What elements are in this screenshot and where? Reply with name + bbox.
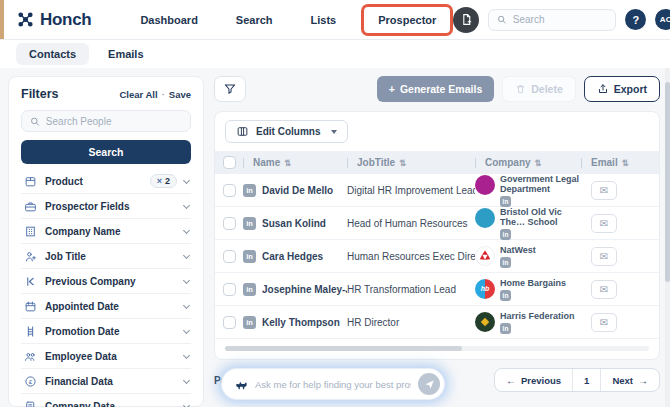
email-button[interactable]: ✉ bbox=[591, 247, 617, 266]
chevron-down-icon bbox=[183, 276, 190, 283]
pound-icon: £ bbox=[23, 375, 37, 388]
global-search-box[interactable] bbox=[488, 9, 616, 31]
linkedin-icon[interactable]: in bbox=[243, 316, 256, 329]
envelope-icon: ✉ bbox=[600, 218, 608, 229]
assistant-chat-bar[interactable] bbox=[222, 369, 444, 399]
assistant-input[interactable] bbox=[255, 379, 411, 390]
search-button[interactable]: Search bbox=[21, 140, 191, 164]
filter-item-previous-company[interactable]: Previous Company bbox=[21, 269, 191, 294]
row-checkbox[interactable] bbox=[223, 316, 236, 329]
filter-item-promotion-date[interactable]: Promotion Date bbox=[21, 319, 191, 344]
filter-count-badge[interactable]: ×2 bbox=[150, 174, 177, 188]
contacts-table-card: Edit Columns Name⇅ JobTitle⇅ Company⇅ Em… bbox=[214, 111, 660, 360]
job-title: Head of Human Resources bbox=[347, 218, 475, 229]
delete-button[interactable]: Delete bbox=[502, 76, 576, 102]
column-header-jobtitle[interactable]: JobTitle⇅ bbox=[347, 157, 475, 168]
filter-item-job-title[interactable]: Job Title bbox=[21, 244, 191, 269]
vertical-scrollbar-thumb[interactable] bbox=[665, 82, 670, 282]
chevron-down-icon bbox=[183, 226, 190, 233]
columns-icon bbox=[236, 125, 249, 138]
company-logo bbox=[475, 312, 495, 332]
contact-name: Susan Kolind bbox=[262, 218, 326, 229]
nav-item-prospector-highlighted[interactable]: Prospector bbox=[361, 4, 453, 36]
linkedin-icon[interactable]: in bbox=[500, 323, 511, 334]
filter-list: Product ×2 Prospector Fields Company Nam… bbox=[21, 169, 191, 407]
linkedin-icon[interactable]: in bbox=[243, 184, 256, 197]
sort-icon: ⇅ bbox=[399, 158, 406, 168]
calendar-icon bbox=[23, 300, 37, 313]
nav-item-lists[interactable]: Lists bbox=[292, 14, 356, 26]
linkedin-icon[interactable]: in bbox=[243, 217, 256, 230]
clear-all-link[interactable]: Clear All bbox=[119, 89, 157, 100]
envelope-icon: ✉ bbox=[600, 317, 608, 328]
document-add-button[interactable] bbox=[453, 7, 479, 33]
honch-logo[interactable]: Honch bbox=[16, 10, 91, 30]
linkedin-icon[interactable]: in bbox=[500, 229, 511, 240]
filter-item-employee-data[interactable]: Employee Data bbox=[21, 344, 191, 369]
filter-item-product[interactable]: Product ×2 bbox=[21, 169, 191, 194]
user-avatar[interactable]: AC bbox=[655, 9, 670, 30]
email-button[interactable]: ✉ bbox=[591, 214, 617, 233]
search-people-box[interactable] bbox=[21, 110, 191, 132]
search-people-input[interactable] bbox=[46, 116, 182, 127]
previous-page-button[interactable]: ←Previous bbox=[495, 369, 573, 391]
next-page-button[interactable]: Next→ bbox=[601, 369, 659, 391]
scrollbar-thumb[interactable] bbox=[225, 346, 462, 351]
tab-emails[interactable]: Emails bbox=[95, 43, 156, 65]
row-checkbox[interactable] bbox=[223, 250, 236, 263]
content-area: Filters Clear All · Save Search Product bbox=[0, 68, 670, 407]
filters-sidebar: Filters Clear All · Save Search Product bbox=[8, 76, 204, 407]
email-button[interactable]: ✉ bbox=[591, 181, 617, 200]
arrow-right-icon: → bbox=[638, 375, 648, 386]
linkedin-icon[interactable]: in bbox=[243, 283, 256, 296]
nav-item-search[interactable]: Search bbox=[217, 14, 292, 26]
prospector-main: + Generate Emails Delete Export bbox=[214, 76, 660, 407]
table-row[interactable]: inCara Hedges Human Resources Exec Direc… bbox=[215, 240, 659, 273]
row-checkbox[interactable] bbox=[223, 283, 236, 296]
company-name: Government Legal Department bbox=[500, 174, 581, 195]
contact-name: Cara Hedges bbox=[262, 251, 323, 262]
filter-item-company-data[interactable]: Company Data bbox=[21, 394, 191, 407]
linkedin-icon[interactable]: in bbox=[500, 290, 511, 301]
table-row[interactable]: inSusan Kolind Head of Human Resources B… bbox=[215, 207, 659, 240]
filter-item-appointed-date[interactable]: Appointed Date bbox=[21, 294, 191, 319]
table-row[interactable]: inKelly Thompson HR Director Harris Fede… bbox=[215, 306, 659, 339]
save-link[interactable]: Save bbox=[169, 89, 191, 100]
export-button[interactable]: Export bbox=[584, 76, 660, 102]
vertical-scrollbar-track[interactable] bbox=[665, 68, 670, 407]
email-button[interactable]: ✉ bbox=[591, 280, 617, 299]
building-icon bbox=[23, 225, 37, 238]
envelope-icon: ✉ bbox=[600, 251, 608, 262]
previous-icon bbox=[23, 275, 37, 288]
column-header-email[interactable]: Email⇅ bbox=[581, 157, 659, 168]
filter-item-company-name[interactable]: Company Name bbox=[21, 219, 191, 244]
table-row[interactable]: inJosephine Maley-Joi HR Transformation … bbox=[215, 273, 659, 306]
filter-item-financial-data[interactable]: £ Financial Data bbox=[21, 369, 191, 394]
plus-icon: + bbox=[389, 83, 395, 95]
help-button[interactable]: ? bbox=[625, 9, 646, 30]
linkedin-icon[interactable]: in bbox=[243, 250, 256, 263]
horizontal-scrollbar[interactable] bbox=[225, 346, 649, 351]
company-name: Home Bargains bbox=[500, 278, 566, 288]
view-tabs: Contacts Emails bbox=[0, 40, 670, 68]
search-icon bbox=[30, 116, 40, 127]
row-checkbox[interactable] bbox=[223, 217, 236, 230]
column-header-name[interactable]: Name⇅ bbox=[243, 157, 347, 168]
select-all-checkbox[interactable] bbox=[223, 156, 236, 169]
linkedin-icon[interactable]: in bbox=[500, 257, 511, 268]
nav-item-dashboard[interactable]: Dashboard bbox=[121, 14, 216, 26]
email-button[interactable]: ✉ bbox=[591, 313, 617, 332]
tab-contacts[interactable]: Contacts bbox=[16, 43, 89, 65]
global-search-input[interactable] bbox=[513, 14, 608, 25]
row-checkbox[interactable] bbox=[223, 184, 236, 197]
table-row[interactable]: inDavid De Mello Digital HR Improvement … bbox=[215, 174, 659, 207]
send-button[interactable] bbox=[418, 373, 440, 395]
edit-columns-button[interactable]: Edit Columns bbox=[225, 120, 348, 143]
company-logo: hb bbox=[475, 279, 495, 299]
filter-funnel-button[interactable] bbox=[214, 76, 246, 102]
column-header-company[interactable]: Company⇅ bbox=[475, 157, 581, 168]
link-separator: · bbox=[162, 89, 165, 100]
page-number-button[interactable]: 1 bbox=[573, 369, 601, 391]
filter-item-prospector-fields[interactable]: Prospector Fields bbox=[21, 194, 191, 219]
generate-emails-button[interactable]: + Generate Emails bbox=[377, 76, 494, 102]
